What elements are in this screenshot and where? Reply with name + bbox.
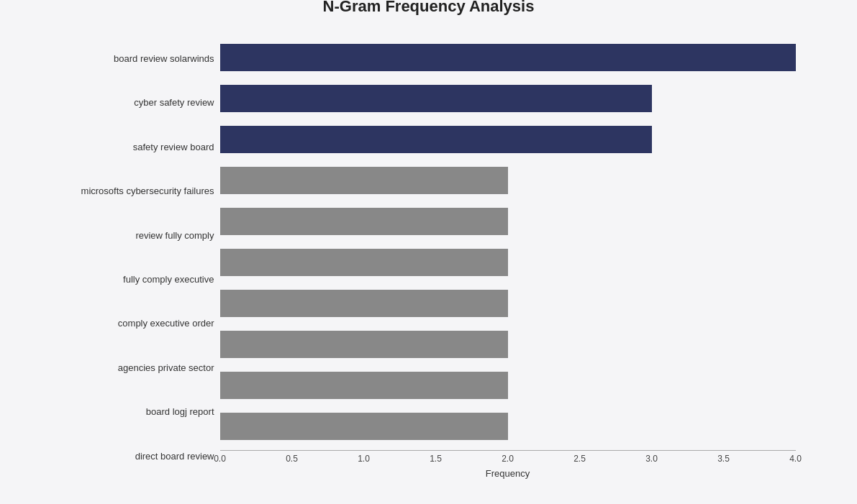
chart-container: N-Gram Frequency Analysis board review s… (33, 0, 825, 504)
bar-row (220, 283, 796, 324)
bar (220, 126, 652, 153)
y-label: review fully comply (135, 215, 214, 256)
y-label: direct board review (135, 436, 214, 477)
bar-row (220, 119, 796, 160)
bar-row (220, 324, 796, 365)
chart-title: N-Gram Frequency Analysis (62, 0, 796, 16)
bar-row (220, 37, 796, 78)
y-label: agencies private sector (118, 347, 214, 388)
chart-area: board review solarwindscyber safety revi… (62, 37, 796, 479)
bar (220, 208, 508, 235)
y-label: board review solarwinds (114, 39, 214, 80)
x-axis: 0.00.51.01.52.02.53.03.54.0 Frequency (220, 450, 796, 479)
bar-row (220, 201, 796, 242)
bar-row (220, 365, 796, 406)
bar-row (220, 160, 796, 201)
bar-row (220, 406, 796, 447)
bar (220, 85, 652, 112)
bar-row (220, 242, 796, 283)
y-label: safety review board (133, 127, 214, 168)
x-axis-label: Frequency (220, 468, 796, 479)
bar (220, 44, 796, 71)
y-labels: board review solarwindscyber safety revi… (62, 37, 220, 479)
bar (220, 413, 508, 440)
bars-and-xaxis: 0.00.51.01.52.02.53.03.54.0 Frequency (220, 37, 796, 479)
bar (220, 249, 508, 276)
bar (220, 331, 508, 358)
y-label: board logj report (146, 392, 214, 433)
bar (220, 372, 508, 399)
y-label: fully comply executive (123, 260, 214, 301)
y-label: comply executive order (118, 303, 214, 344)
y-label: microsofts cybersecurity failures (81, 171, 214, 212)
y-label: cyber safety review (134, 83, 214, 124)
bar-row (220, 78, 796, 119)
bars-area (220, 37, 796, 447)
x-ticks: 0.00.51.01.52.02.53.03.54.0 (220, 450, 796, 454)
bar (220, 167, 508, 194)
bars-rows (220, 37, 796, 447)
bar (220, 290, 508, 317)
